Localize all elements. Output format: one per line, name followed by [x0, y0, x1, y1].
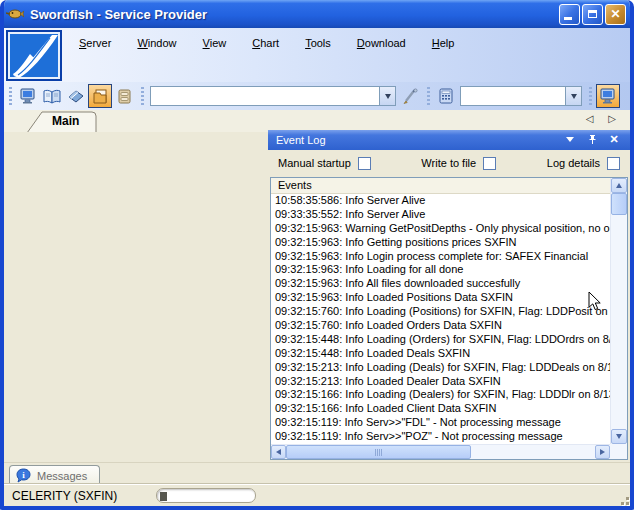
close-icon: ✕ [610, 8, 620, 20]
titlebar[interactable]: Swordfish - Service Provider ✕ [0, 0, 634, 28]
log-entry[interactable]: 09:32:15:963: Info Loading for all done [271, 263, 610, 277]
horizontal-scroll-track[interactable] [286, 445, 595, 459]
monitor-button[interactable] [596, 84, 620, 108]
statusbar: CELERITY (SXFIN) [4, 484, 630, 506]
log-entry[interactable]: 09:32:15:448: Info Loaded Deals SXFIN [271, 347, 610, 361]
progress-fill [160, 492, 167, 501]
menu-item[interactable]: Server [75, 35, 115, 51]
calculator-button[interactable] [434, 84, 458, 108]
checkbox[interactable] [483, 157, 496, 170]
log-entry[interactable]: 09:32:15:963: Info All files downloaded … [271, 277, 610, 291]
log-entry[interactable]: 09:32:15:760: Info Loaded Orders Data SX… [271, 319, 610, 333]
chevron-down-icon [566, 137, 574, 142]
toolbar-grip[interactable] [589, 87, 592, 105]
event-log-titlebar[interactable]: Event Log ✕ [268, 130, 630, 150]
vertical-scrollbar[interactable] [610, 178, 627, 444]
panel-menu-button[interactable] [562, 133, 578, 147]
address-book-icon [43, 89, 61, 104]
computer-icon [20, 88, 37, 104]
log-entry[interactable]: 09:32:15:119: Info Serv>>"FDL" - Not pro… [271, 416, 610, 430]
menu-item[interactable]: Help [428, 35, 459, 51]
toolbar [4, 82, 630, 110]
log-entry[interactable]: 09:32:15:963: Info Getting positions pri… [271, 236, 610, 250]
panel-pin-button[interactable] [584, 133, 600, 147]
log-entry[interactable]: 09:32:15:213: Info Loaded Dealer Data SX… [271, 375, 610, 389]
book-button[interactable] [64, 84, 88, 108]
scroll-down-button[interactable] [611, 429, 627, 444]
log-entry[interactable]: 09:32:15:963: Warning GetPositDepths - O… [271, 222, 610, 236]
instrument-combobox [150, 86, 396, 106]
log-entry[interactable]: 09:32:15:963: Info Login process complet… [271, 250, 610, 264]
maximize-button[interactable] [582, 4, 603, 25]
event-log-panel: Event Log ✕ Manual startup [268, 130, 630, 462]
chevron-down-icon [571, 94, 577, 99]
scroll-up-button[interactable] [611, 178, 627, 193]
events-column-header[interactable]: Events [271, 178, 610, 194]
checkbox-label: Manual startup [278, 157, 351, 169]
bottom-tab-row: i Messages [4, 462, 630, 484]
event-rows: 10:58:35:586: Info Server Alive 09:33:35… [271, 194, 610, 444]
toolbar-grip[interactable] [141, 87, 144, 105]
log-entry[interactable]: 09:33:35:552: Info Server Alive [271, 208, 610, 222]
event-log-title: Event Log [276, 134, 556, 146]
minimize-button[interactable] [559, 4, 580, 25]
log-entry[interactable]: 09:32:15:166: Info Loaded Client Data SX… [271, 402, 610, 416]
folder-button[interactable] [88, 84, 112, 108]
combobox-dropdown-button[interactable] [565, 87, 581, 105]
toolbar-grip[interactable] [427, 87, 430, 105]
log-entry[interactable]: 09:32:15:166: Info Loading (Dealers) for… [271, 388, 610, 402]
vertical-scroll-thumb[interactable] [611, 193, 627, 215]
toolbar-grip[interactable] [9, 87, 12, 105]
tab-messages[interactable]: i Messages [9, 465, 100, 485]
menu-item[interactable]: Download [353, 35, 410, 51]
checkbox[interactable] [358, 157, 371, 170]
pin-icon [588, 134, 597, 145]
log-entry[interactable]: 09:32:15:760: Info Loading (Positions) f… [271, 305, 610, 319]
tab-scroll-arrows[interactable]: ◁ ▷ [586, 113, 622, 124]
pen-icon [402, 88, 419, 105]
log-entry[interactable]: 09:32:15:119: Info Serv>>"POZ" - Not pro… [271, 430, 610, 444]
option-group: Manual startup [278, 157, 371, 170]
menu-item[interactable]: View [199, 35, 231, 51]
tab-main-label: Main [52, 114, 79, 128]
horizontal-scroll-thumb[interactable] [286, 445, 471, 459]
checkbox-label: Write to file [421, 157, 476, 169]
menubar: Server Window View Chart Tools Download … [75, 35, 458, 51]
address-book-button[interactable] [40, 84, 64, 108]
app-window: Swordfish - Service Provider ✕ Server Wi… [0, 0, 634, 510]
instrument-combobox-input[interactable] [151, 87, 379, 105]
scroll-right-button[interactable] [595, 445, 610, 459]
computer-button[interactable] [16, 84, 40, 108]
arrow-left-icon [276, 449, 281, 455]
swordfish-app-icon [6, 5, 24, 23]
combobox-dropdown-button[interactable] [379, 87, 395, 105]
menu-item[interactable]: Window [133, 35, 180, 51]
card-index-button[interactable] [112, 84, 136, 108]
close-button[interactable]: ✕ [605, 4, 626, 25]
log-entry[interactable]: 09:32:15:448: Info Loading (Orders) for … [271, 333, 610, 347]
progress-bar [156, 488, 256, 503]
resize-grip[interactable] [616, 492, 629, 505]
status-text: CELERITY (SXFIN) [12, 489, 117, 503]
close-icon: ✕ [609, 133, 618, 146]
arrow-down-icon [616, 434, 622, 439]
scroll-left-button[interactable] [271, 445, 286, 459]
log-entry[interactable]: 10:58:35:586: Info Server Alive [271, 194, 610, 208]
calculator-icon [439, 88, 453, 104]
menu-item[interactable]: Chart [248, 35, 283, 51]
account-combobox-input[interactable] [461, 87, 565, 105]
events-header-label: Events [278, 179, 312, 191]
arrow-right-icon [600, 449, 605, 455]
vertical-scroll-track[interactable] [611, 215, 627, 429]
log-entry[interactable]: 09:32:15:963: Info Loaded Positions Data… [271, 291, 610, 305]
horizontal-scrollbar[interactable] [271, 444, 610, 459]
account-combobox [460, 86, 582, 106]
menu-item[interactable]: Tools [301, 35, 335, 51]
panel-close-button[interactable]: ✕ [606, 133, 622, 147]
log-entry[interactable]: 09:32:15:213: Info Loading (Deals) for S… [271, 361, 610, 375]
pen-button[interactable] [398, 84, 422, 108]
tab-main[interactable]: Main [26, 111, 98, 132]
checkbox[interactable] [607, 157, 620, 170]
option-group: Log details [547, 157, 620, 170]
maximize-icon [588, 10, 597, 18]
